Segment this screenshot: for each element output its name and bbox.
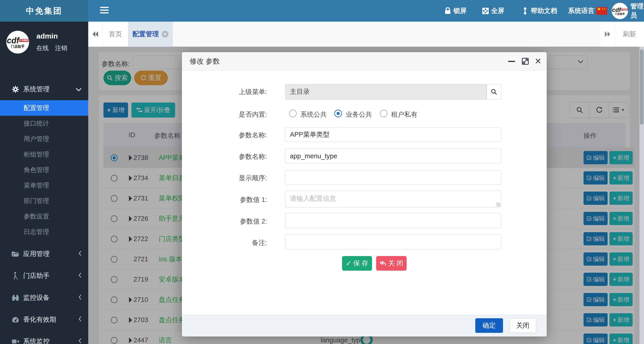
minimize-icon[interactable]	[508, 57, 516, 65]
lock-icon	[444, 7, 452, 15]
tab-bar: 首页 配置管理 ✕ 刷新	[88, 22, 644, 47]
close-icon[interactable]: ✕	[534, 57, 542, 65]
video-camera-icon	[11, 338, 20, 344]
param-key-input[interactable]	[285, 149, 501, 163]
tab-home[interactable]: 首页	[103, 22, 128, 47]
fullscreen-button[interactable]: 全屏	[482, 0, 504, 22]
username: admin	[36, 32, 58, 40]
remark-label: 备注:	[185, 238, 267, 247]
hamburger-menu-icon[interactable]	[100, 7, 109, 15]
maximize-icon[interactable]	[521, 57, 530, 65]
param-name-input[interactable]	[285, 127, 501, 142]
resize-handle[interactable]	[496, 203, 500, 207]
help-docs-button[interactable]: 帮助文档	[521, 0, 557, 22]
sidebar-group-monitor-devices[interactable]: 监控设备	[0, 290, 88, 306]
radio-business-public-label: 业务公共	[346, 110, 372, 119]
parent-menu-input[interactable]	[285, 84, 487, 100]
chevron-left-icon	[78, 316, 82, 323]
remark-input[interactable]	[285, 234, 501, 249]
sidebar-item-cabinet[interactable]: 柜组管理	[0, 147, 88, 162]
chevron-left-icon	[78, 272, 82, 280]
china-flag-icon: ★★★	[596, 7, 607, 15]
updown-arrow-icon	[521, 7, 529, 15]
display-order-input[interactable]	[285, 170, 501, 185]
param-key-label: 参数名称:	[185, 152, 267, 161]
sidebar-item-departments[interactable]: 部门管理	[0, 193, 88, 209]
page-scrollbar[interactable]	[640, 47, 644, 344]
brand-title: 中免集团	[0, 0, 88, 22]
tab-close-icon[interactable]: ✕	[162, 31, 168, 38]
footer-close-button[interactable]: 关闭	[510, 318, 536, 333]
sidebar-item-params[interactable]: 参数设置	[0, 209, 88, 224]
reply-all-icon	[380, 261, 386, 266]
sidebar-item-logs[interactable]: 日志管理	[0, 224, 88, 240]
chevron-left-icon	[78, 294, 82, 302]
parent-menu-label: 上级菜单:	[185, 87, 267, 97]
tab-config-active[interactable]: 配置管理 ✕	[128, 22, 173, 47]
check-icon: ✓	[346, 259, 351, 267]
confirm-button[interactable]: 确定	[475, 318, 503, 333]
radio-business-public[interactable]	[334, 110, 342, 117]
modal-title: 修改 参数	[190, 52, 220, 70]
builtin-label: 是否内置:	[185, 110, 267, 119]
sidebar-group-system[interactable]: 系统管理	[0, 81, 88, 97]
double-chevron-left-icon	[92, 31, 99, 38]
user-role-label[interactable]: 管理员	[630, 0, 644, 22]
fullscreen-icon	[482, 7, 489, 15]
sidebar-item-users[interactable]: 用户管理	[0, 131, 88, 147]
modal-close-button[interactable]: 关 闭	[376, 256, 406, 271]
radio-tenant-private[interactable]	[380, 110, 388, 117]
avatar[interactable]: cdf中免集团 门店助手	[612, 3, 628, 19]
blind-person-icon	[11, 272, 20, 280]
search-icon	[491, 89, 497, 95]
edit-param-modal: 修改 参数 ✕ 上级菜单: 是否内置: 系统公共 业务公共 租户私有 参数名称:…	[182, 52, 547, 336]
value2-input[interactable]	[285, 213, 501, 228]
chevron-down-icon	[76, 86, 82, 93]
value2-label: 参数值 2:	[185, 217, 267, 226]
chevron-left-icon	[78, 338, 82, 344]
sidebar-user-panel: cdf中免集团 门店助手 admin 在线注销	[0, 22, 88, 66]
sidebar-item-roles[interactable]: 角色管理	[0, 162, 88, 178]
gear-icon	[11, 85, 20, 93]
save-button[interactable]: ✓ 保 存	[342, 256, 372, 271]
display-order-label: 显示顺序:	[185, 174, 267, 183]
parent-menu-search-button[interactable]	[487, 84, 501, 100]
sidebar-group-store-assistant[interactable]: 门店助手	[0, 268, 88, 284]
folder-open-icon	[11, 251, 20, 257]
value1-textarea[interactable]	[285, 191, 501, 208]
scrollbar-thumb[interactable]	[640, 49, 644, 125]
chevron-left-icon	[78, 250, 82, 258]
modal-header: 修改 参数 ✕	[182, 52, 547, 70]
sidebar-group-system-monitor[interactable]: 系统监控	[0, 333, 88, 344]
top-bar: 中免集团 锁屏 全屏 帮助文档 系统语言	[0, 0, 644, 22]
tabs-scroll-right-button[interactable]	[600, 22, 615, 47]
value1-label: 参数值 1:	[185, 195, 267, 204]
logout-link[interactable]: 注销	[55, 45, 67, 52]
gauge-icon	[11, 316, 20, 323]
tabs-scroll-left-button[interactable]	[88, 22, 103, 47]
double-chevron-right-icon	[604, 31, 611, 38]
sidebar-avatar[interactable]: cdf中免集团 门店助手	[6, 31, 29, 54]
modal-footer: 确定 关闭	[182, 315, 547, 336]
refresh-tab-button[interactable]: 刷新	[615, 22, 644, 47]
system-language-button[interactable]: 系统语言 ★★★	[568, 0, 607, 22]
param-name-label: 参数名称:	[185, 131, 267, 140]
binoculars-icon	[11, 294, 20, 301]
sidebar-group-validity[interactable]: 香化有效期	[0, 312, 88, 327]
radio-system-public[interactable]	[289, 110, 297, 117]
sidebar-item-menus[interactable]: 菜单管理	[0, 178, 88, 193]
lock-screen-button[interactable]: 锁屏	[444, 0, 467, 22]
radio-system-public-label: 系统公共	[300, 110, 327, 119]
sidebar-group-apps[interactable]: 应用管理	[0, 246, 88, 262]
online-status: 在线	[36, 45, 49, 52]
sidebar-item-api-stats[interactable]: 接口统计	[0, 116, 88, 131]
sidebar-item-config[interactable]: 配置管理	[0, 100, 88, 116]
radio-tenant-private-label: 租户私有	[391, 110, 418, 119]
sidebar: cdf中免集团 门店助手 admin 在线注销 系统管理 配置管理 接口统计	[0, 22, 88, 344]
